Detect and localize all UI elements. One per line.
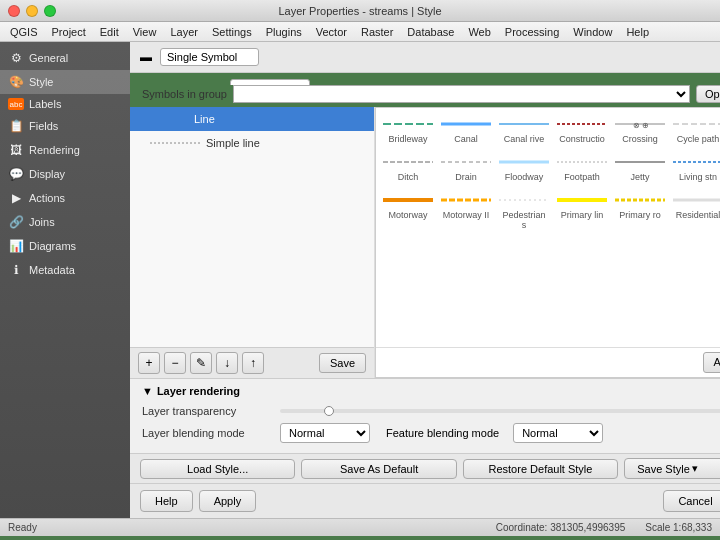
symbol-residential[interactable]: Residential: [670, 188, 720, 234]
center-split: Line Simple line + − ✎ ↓ ↑ Save: [130, 107, 720, 378]
move-up-button[interactable]: ↑: [242, 352, 264, 374]
menu-settings[interactable]: Settings: [206, 24, 258, 40]
menu-qgis[interactable]: QGIS: [4, 24, 44, 40]
canal-preview: [441, 116, 491, 132]
joins-icon: 🔗: [8, 214, 24, 230]
menu-vector[interactable]: Vector: [310, 24, 353, 40]
sidebar-item-actions[interactable]: ▶ Actions: [0, 186, 130, 210]
line-item-line[interactable]: Line: [130, 107, 374, 131]
sidebar-item-rendering[interactable]: 🖼 Rendering: [0, 138, 130, 162]
metadata-icon: ℹ: [8, 262, 24, 278]
motorway-ii-label: Motorway II: [443, 210, 490, 220]
floodway-preview: [499, 154, 549, 170]
cycle-path-preview: [673, 116, 720, 132]
menu-edit[interactable]: Edit: [94, 24, 125, 40]
restore-default-button[interactable]: Restore Default Style: [463, 459, 618, 479]
sidebar-item-style[interactable]: 🎨 Style: [0, 70, 130, 94]
menu-database[interactable]: Database: [401, 24, 460, 40]
minimize-button[interactable]: [26, 5, 38, 17]
window-controls[interactable]: [8, 5, 56, 17]
advanced-row: Advanced ▾: [376, 347, 720, 377]
help-button[interactable]: Help: [140, 490, 193, 512]
symbol-canal[interactable]: Canal: [438, 112, 494, 148]
layer-transparency-handle[interactable]: [324, 406, 334, 416]
sidebar-item-diagrams[interactable]: 📊 Diagrams: [0, 234, 130, 258]
symbol-canal-rive[interactable]: Canal rive: [496, 112, 552, 148]
sidebar-item-joins[interactable]: 🔗 Joins: [0, 210, 130, 234]
advanced-button[interactable]: Advanced ▾: [703, 352, 720, 373]
canal-rive-label: Canal rive: [504, 134, 545, 144]
save-button[interactable]: Save: [319, 353, 366, 373]
symbol-primary-lin[interactable]: Primary lin: [554, 188, 610, 234]
layer-blending-select[interactable]: Normal: [280, 423, 370, 443]
sidebar-item-display[interactable]: 💬 Display: [0, 162, 130, 186]
line-item-simple-line[interactable]: Simple line: [130, 131, 374, 155]
living-stn-label: Living stn: [679, 172, 717, 182]
menu-help[interactable]: Help: [620, 24, 655, 40]
layer-transparency-slider[interactable]: [280, 409, 720, 413]
menu-project[interactable]: Project: [46, 24, 92, 40]
sidebar-label-style: Style: [29, 76, 53, 88]
layer-rendering-header[interactable]: ▼ Layer rendering: [142, 385, 720, 397]
save-style-button[interactable]: Save Style ▾: [624, 458, 720, 479]
remove-layer-button[interactable]: −: [164, 352, 186, 374]
open-library-button[interactable]: Open Library: [696, 85, 720, 103]
symbol-living-stn[interactable]: Living stn: [670, 150, 720, 186]
menu-processing[interactable]: Processing: [499, 24, 565, 40]
symbols-group-select[interactable]: [233, 85, 690, 103]
sidebar-item-metadata[interactable]: ℹ Metadata: [0, 258, 130, 282]
coordinate-label: Coordinate:: [496, 522, 548, 533]
save-style-dropdown-arrow[interactable]: ▾: [692, 462, 698, 475]
symbol-primary-ro[interactable]: Primary ro: [612, 188, 668, 234]
simple-line-preview-svg: [150, 135, 200, 151]
symbol-type-select[interactable]: Single Symbol: [160, 48, 259, 66]
menu-raster[interactable]: Raster: [355, 24, 399, 40]
sidebar-label-joins: Joins: [29, 216, 55, 228]
symbol-drain[interactable]: Drain: [438, 150, 494, 186]
primary-lin-preview: [557, 192, 607, 208]
line-item-label: Line: [194, 113, 215, 125]
symbol-bridleway[interactable]: Bridleway: [380, 112, 436, 148]
symbol-cycle-path[interactable]: Cycle path: [670, 112, 720, 148]
menu-view[interactable]: View: [127, 24, 163, 40]
load-style-button[interactable]: Load Style...: [140, 459, 295, 479]
symbol-crossing[interactable]: ⊗ ⊕ Crossing: [612, 112, 668, 148]
add-layer-button[interactable]: +: [138, 352, 160, 374]
sidebar-item-labels[interactable]: abc Labels: [0, 94, 130, 114]
motorway-ii-preview: [441, 192, 491, 208]
symbol-motorway-ii[interactable]: Motorway II: [438, 188, 494, 234]
layer-transparency-row: Layer transparency 0 ▲ ▼: [142, 403, 720, 419]
sidebar-label-actions: Actions: [29, 192, 65, 204]
feature-blending-select[interactable]: Normal: [513, 423, 603, 443]
main-layout: ⚙ General 🎨 Style abc Labels 📋 Fields 🖼 …: [0, 42, 720, 518]
primary-lin-label: Primary lin: [561, 210, 604, 220]
symbol-motorway[interactable]: Motorway: [380, 188, 436, 234]
menu-web[interactable]: Web: [462, 24, 496, 40]
constructio-preview: [557, 116, 607, 132]
symbol-floodway[interactable]: Floodway: [496, 150, 552, 186]
symbol-constructio[interactable]: Constructio: [554, 112, 610, 148]
apply-button[interactable]: Apply: [199, 490, 257, 512]
floodway-label: Floodway: [505, 172, 544, 182]
line-toolbar: + − ✎ ↓ ↑ Save: [130, 347, 374, 378]
scale-label: Scale: [645, 522, 670, 533]
move-down-button[interactable]: ↓: [216, 352, 238, 374]
edit-layer-button[interactable]: ✎: [190, 352, 212, 374]
menu-window[interactable]: Window: [567, 24, 618, 40]
save-as-default-button[interactable]: Save As Default: [301, 459, 456, 479]
close-button[interactable]: [8, 5, 20, 17]
sidebar-item-fields[interactable]: 📋 Fields: [0, 114, 130, 138]
layer-transparency-label: Layer transparency: [142, 405, 272, 417]
svg-text:⊗ ⊕: ⊗ ⊕: [633, 121, 649, 130]
menu-layer[interactable]: Layer: [164, 24, 204, 40]
sidebar-item-general[interactable]: ⚙ General: [0, 46, 130, 70]
symbol-ditch[interactable]: Ditch: [380, 150, 436, 186]
maximize-button[interactable]: [44, 5, 56, 17]
cancel-button[interactable]: Cancel: [663, 490, 720, 512]
symbol-jetty[interactable]: Jetty: [612, 150, 668, 186]
symbol-footpath[interactable]: Footpath: [554, 150, 610, 186]
layer-blending-label: Layer blending mode: [142, 427, 272, 439]
sidebar: ⚙ General 🎨 Style abc Labels 📋 Fields 🖼 …: [0, 42, 130, 518]
symbol-pedestrian[interactable]: Pedestrian s: [496, 188, 552, 234]
menu-plugins[interactable]: Plugins: [260, 24, 308, 40]
